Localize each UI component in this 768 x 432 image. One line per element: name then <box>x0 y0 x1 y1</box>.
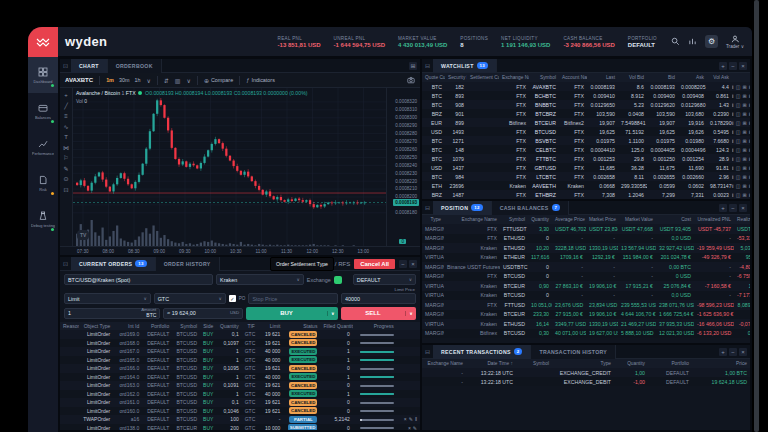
column-header[interactable]: Exchange Name <box>499 73 529 82</box>
column-header[interactable] <box>732 73 750 82</box>
table-row[interactable]: MARGINFTXETHUSD0---0,0 USD--53,31 USD×◫⊞… <box>422 234 750 244</box>
minimize-icon[interactable]: − <box>729 62 737 70</box>
remove-icon[interactable]: ⊟ <box>749 129 750 135</box>
dots-icon[interactable]: ≣ <box>732 111 734 117</box>
dots-icon[interactable]: ≣ <box>732 147 734 153</box>
column-header[interactable]: Portfolio <box>142 322 172 331</box>
add-icon[interactable]: + <box>719 348 727 356</box>
remove-icon[interactable]: ⊟ <box>749 192 750 198</box>
order-type-select[interactable]: Limit∨ <box>64 293 151 304</box>
sidebar-item-risk[interactable]: Risk <box>28 165 58 201</box>
tab-position[interactable]: POSITION12 <box>433 201 492 215</box>
instrument-field[interactable]: BTC/USD@Kraken (Spot) <box>64 274 213 285</box>
flag-icon[interactable]: ⚐ <box>63 155 68 161</box>
collapse-panel-icon[interactable]: ⊡ <box>63 260 68 267</box>
remove-icon[interactable]: ⊟ <box>749 84 750 90</box>
dots-icon[interactable]: ≣ <box>732 84 734 90</box>
column-header[interactable]: Unrealized PNL <box>694 215 734 224</box>
table-row[interactable]: LimitOrderord162.0DEFAULTBTCUSDBUY1GTC40… <box>60 390 420 399</box>
column-header[interactable]: Security Id <box>445 73 467 82</box>
table-row[interactable]: MARGINFTXFTTUSDT3,30USDT 46,702USDT 23,8… <box>422 224 750 234</box>
expand-icon[interactable]: ⊞ <box>743 174 747 180</box>
columns-icon[interactable] <box>688 37 697 46</box>
sidebar-item-performance[interactable]: Performance <box>28 129 58 165</box>
column-header[interactable]: Status <box>283 322 320 331</box>
expand-icon[interactable]: ⊞ <box>743 156 747 162</box>
dots-icon[interactable]: ≣ <box>732 138 734 144</box>
tab-watchlist[interactable]: WATCHLIST13 <box>433 59 497 73</box>
venue-select[interactable]: Kraken∨ <box>216 274 304 285</box>
expand-icon[interactable]: ⊞ <box>743 120 747 126</box>
column-header[interactable]: Market Price <box>586 215 618 224</box>
column-header[interactable]: Quantity <box>528 215 552 224</box>
table-row[interactable]: LimitOrderord138.0DEFAULTBTCEURBUY200GTC… <box>60 424 420 431</box>
chart-symbol[interactable]: AVAXBTC <box>65 77 93 83</box>
candlestick-chart[interactable] <box>73 88 386 246</box>
cancel-all-button[interactable]: Cancel All <box>354 259 395 269</box>
expand-icon[interactable]: ⊞ <box>743 147 747 153</box>
column-header[interactable]: Quantity <box>614 359 648 368</box>
portfolio-select[interactable]: DEFAULT∨ <box>353 274 416 285</box>
compare-button[interactable]: ⊕Compare <box>204 77 233 84</box>
remove-icon[interactable]: ⊟ <box>749 138 750 144</box>
chevron-down-icon[interactable]: ∨ <box>146 77 150 84</box>
close-icon[interactable]: × <box>739 204 747 212</box>
dots-icon[interactable]: ≣ <box>732 165 734 171</box>
gear-icon[interactable]: ⚙ <box>705 35 718 48</box>
table-row[interactable]: LimitOrderord163.0DEFAULTBTCUSDBUY0,1091… <box>60 381 420 390</box>
column-header[interactable]: Side <box>200 322 216 331</box>
expand-icon[interactable]: ⊞ <box>743 93 747 99</box>
chart-icon[interactable]: ◫ <box>736 129 741 135</box>
table-row[interactable]: BTC893FTXBCHBTCFTX0.0094108.9120.0094000… <box>422 91 750 100</box>
column-header[interactable]: Symbol <box>516 359 552 368</box>
table-row[interactable]: LimitOrderord168.0DEFAULTBTCUSDBUY0,1097… <box>60 339 420 348</box>
sidebar-item-debug-testing[interactable]: Debug testing <box>28 201 58 237</box>
table-row[interactable]: LimitOrderord169.0DEFAULTBTCUSDBUY0,1GTC… <box>60 330 420 339</box>
column-header[interactable]: Last <box>587 73 618 82</box>
remove-icon[interactable]: ⊟ <box>749 183 750 189</box>
table-row[interactable]: MARGINKrakenBTCEUR233,3027 915,00 €19 90… <box>422 310 750 320</box>
amount-input[interactable]: AmountBTC <box>64 308 160 319</box>
collapse-panel-icon[interactable]: ⊟ <box>425 62 430 69</box>
chart-icon[interactable]: ◫ <box>736 147 741 153</box>
column-header[interactable]: Vol Ask <box>707 73 732 82</box>
chart-icon[interactable]: ◫ <box>736 111 741 117</box>
edit-icon[interactable]: ✎ <box>413 425 417 430</box>
table-row[interactable]: LimitOrderord165.0DEFAULTBTCUSDBUY1GTC40… <box>60 356 420 365</box>
table-row[interactable]: LimitOrderord167.0DEFAULTBTCUSDBUY1GTC40… <box>60 347 420 356</box>
column-header[interactable]: Reason <box>60 322 79 331</box>
search-icon[interactable] <box>671 37 680 46</box>
remove-icon[interactable]: ⊟ <box>749 102 750 108</box>
price-axis[interactable]: 0.00083200.00083100.00083000.00082900.00… <box>386 88 420 246</box>
tab-chart[interactable]: CHART <box>71 59 108 73</box>
expand-icon[interactable]: ⊞ <box>743 102 747 108</box>
dots-icon[interactable]: ≣ <box>732 93 734 99</box>
xabcd-icon[interactable]: ⋈ <box>63 145 69 151</box>
column-header[interactable]: Quote Currency <box>422 73 445 82</box>
collapse-panel-icon[interactable]: ⊡ <box>63 62 68 69</box>
tab-order-history[interactable]: ORDER HISTORY <box>156 257 220 271</box>
expand-icon[interactable]: ⊞ <box>743 84 747 90</box>
column-header[interactable]: Filled Quantity <box>320 322 352 331</box>
zoom-icon[interactable]: ⊙ <box>63 176 68 182</box>
close-icon[interactable]: × <box>408 425 411 430</box>
table-row[interactable]: EUR899BitfinexBTCEURBitfinex219,9077.549… <box>422 118 750 127</box>
table-row[interactable]: MARGINFTXBTCUSD0---0 USD--6 759 USD×◫⊞⊟+ <box>422 272 750 282</box>
trendline-icon[interactable]: ╱ <box>64 103 68 109</box>
tab-cash-balances[interactable]: CASH BALANCES7 <box>492 201 570 215</box>
table-row[interactable]: BTC984FTXLTCBTCFTX0.0026588.110.0026550.… <box>422 172 750 181</box>
column-header[interactable]: Portfolio <box>648 359 692 368</box>
table-row[interactable]: BRZ1487FTXETHBRZFTX7,3081.20467,2997,331… <box>422 190 750 199</box>
chart-icon[interactable]: ◫ <box>736 174 741 180</box>
remove-icon[interactable]: ⊟ <box>749 147 750 153</box>
limit-price-input[interactable] <box>341 293 416 304</box>
column-header[interactable]: Symbol <box>529 73 559 82</box>
dots-icon[interactable]: ≣ <box>732 156 734 162</box>
table-row[interactable]: BTC1271FTXBSVBTCFTX0.019751.11000.019750… <box>422 136 750 145</box>
remove-icon[interactable]: ⊟ <box>749 111 750 117</box>
exchange-toggle[interactable] <box>334 276 342 284</box>
bar-style-icon[interactable]: ⇵ <box>164 77 169 84</box>
table-row[interactable]: LimitOrderord161.0DEFAULTBTCUSDBUY0,1GTC… <box>60 398 420 407</box>
dots-icon[interactable]: ≣ <box>732 120 734 126</box>
tif-select[interactable]: GTC∨ <box>154 293 226 304</box>
